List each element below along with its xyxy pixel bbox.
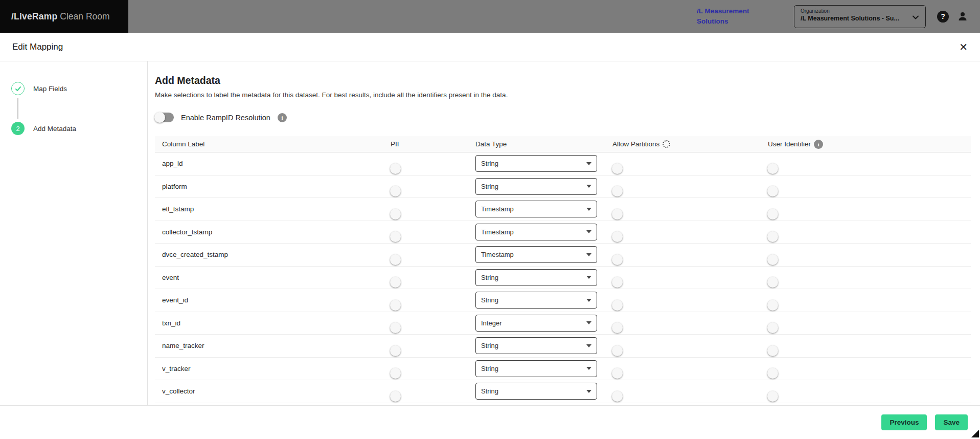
step-label: Map Fields — [33, 85, 67, 93]
column-label: collector_tstamp — [155, 228, 391, 236]
toggle-thumb — [767, 345, 778, 356]
toggle-thumb — [767, 254, 778, 265]
data-type-cell: String — [475, 337, 612, 354]
caret-down-icon — [586, 276, 591, 279]
toggle-thumb — [390, 322, 401, 333]
caret-down-icon — [586, 344, 591, 347]
data-type-cell: String — [475, 178, 612, 195]
toggle-thumb — [390, 186, 401, 196]
data-type-select[interactable]: Timestamp — [475, 246, 597, 263]
chevron-down-icon — [911, 13, 920, 24]
toggle-thumb — [767, 163, 778, 174]
toggle-thumb — [390, 163, 401, 174]
table-row: event String — [155, 267, 971, 290]
data-type-select[interactable]: Timestamp — [475, 224, 597, 240]
toggle-thumb — [390, 391, 401, 402]
table-header-row: Column Label PII Data Type Allow Partiti… — [155, 136, 971, 152]
data-type-value: String — [481, 274, 498, 281]
data-type-select[interactable]: String — [475, 360, 597, 377]
toggle-thumb — [390, 368, 401, 379]
organization-value: /L Measurement Solutions - Su... — [801, 15, 908, 22]
app-root: /LiveRamp Clean Room /L Measurement Solu… — [0, 0, 980, 439]
column-label: name_tracker — [155, 342, 391, 349]
toggle-thumb — [612, 163, 623, 174]
organization-label: Organization — [801, 8, 908, 14]
toggle-thumb — [612, 322, 623, 333]
brand-product: Clean Room — [60, 11, 109, 22]
column-label: v_collector — [155, 387, 391, 395]
toggle-thumb — [612, 368, 623, 379]
toggle-thumb — [390, 345, 401, 356]
data-type-select[interactable]: Integer — [475, 315, 597, 332]
loading-spinner-icon — [663, 140, 670, 148]
organization-dropdown[interactable]: Organization /L Measurement Solutions - … — [794, 5, 926, 28]
data-type-value: Timestamp — [481, 205, 514, 213]
modal-title: Edit Mapping — [12, 42, 63, 52]
allow-partitions-text: Allow Partitions — [612, 140, 659, 148]
toggle-thumb — [767, 231, 778, 242]
data-type-select[interactable]: String — [475, 269, 597, 286]
column-label: event_id — [155, 296, 391, 304]
toggle-thumb — [612, 300, 623, 311]
column-header-user-identifier: User Identifier i — [768, 140, 971, 149]
help-icon[interactable]: ? — [937, 11, 949, 23]
step-connector — [17, 98, 18, 119]
save-button[interactable]: Save — [935, 414, 968, 430]
data-type-select[interactable]: String — [475, 178, 597, 195]
step-number-badge: 2 — [11, 122, 25, 135]
column-header-pii: PII — [391, 140, 475, 148]
data-type-value: Integer — [481, 319, 502, 327]
liveramp-logo: /LiveRamp Clean Room — [0, 0, 128, 33]
info-icon[interactable]: i — [814, 140, 823, 149]
caret-down-icon — [586, 367, 591, 370]
rampid-resolution-label: Enable RampID Resolution — [181, 114, 270, 122]
brand-name: /LiveRamp — [11, 11, 57, 22]
step-map-fields[interactable]: Map Fields — [0, 82, 147, 95]
data-type-value: String — [481, 296, 498, 304]
user-account-icon[interactable] — [956, 10, 969, 23]
previous-button[interactable]: Previous — [881, 414, 927, 430]
caret-down-icon — [586, 185, 591, 188]
table-body: app_id String platform String — [155, 152, 971, 403]
toggle-thumb — [390, 300, 401, 311]
data-type-value: String — [481, 160, 498, 167]
data-type-select[interactable]: String — [475, 383, 597, 400]
toggle-thumb — [612, 254, 623, 265]
table-row: v_collector String — [155, 380, 971, 403]
toggle-thumb — [390, 254, 401, 265]
step-sidebar: Map Fields 2 Add Metadata — [0, 61, 148, 405]
data-type-select[interactable]: String — [475, 155, 597, 172]
info-icon[interactable]: i — [278, 113, 287, 122]
page-title: Add Metadata — [155, 75, 980, 86]
table-row: v_tracker String — [155, 358, 971, 381]
rampid-resolution-row: Enable RampID Resolution i — [155, 113, 980, 122]
toggle-thumb — [612, 391, 623, 402]
toggle-thumb — [390, 231, 401, 242]
data-type-select[interactable]: String — [475, 337, 597, 354]
toggle-thumb — [767, 277, 778, 288]
data-type-cell: Timestamp — [475, 246, 612, 263]
table-row: app_id String — [155, 152, 971, 175]
column-label: txn_id — [155, 319, 391, 327]
data-type-cell: String — [475, 383, 612, 400]
data-type-select[interactable]: Timestamp — [475, 201, 597, 217]
toggle-thumb — [612, 186, 623, 196]
column-label: etl_tstamp — [155, 205, 391, 213]
metadata-table: Column Label PII Data Type Allow Partiti… — [155, 136, 971, 403]
data-type-value: String — [481, 183, 498, 190]
data-type-value: String — [481, 387, 498, 395]
column-header-allow-partitions: Allow Partitions — [612, 140, 768, 148]
toggle-thumb — [767, 391, 778, 402]
toggle-thumb — [154, 112, 165, 123]
caret-down-icon — [586, 390, 591, 393]
rampid-resolution-toggle[interactable] — [155, 113, 174, 122]
column-label: app_id — [155, 160, 391, 167]
data-type-select[interactable]: String — [475, 292, 597, 309]
account-name-link[interactable]: /L Measurement Solutions — [697, 6, 772, 26]
column-label: platform — [155, 183, 391, 190]
toggle-thumb — [612, 345, 623, 356]
top-navbar: /LiveRamp Clean Room /L Measurement Solu… — [0, 0, 980, 33]
data-type-value: String — [481, 365, 498, 372]
step-add-metadata[interactable]: 2 Add Metadata — [0, 122, 147, 135]
close-icon[interactable]: ✕ — [959, 42, 968, 52]
